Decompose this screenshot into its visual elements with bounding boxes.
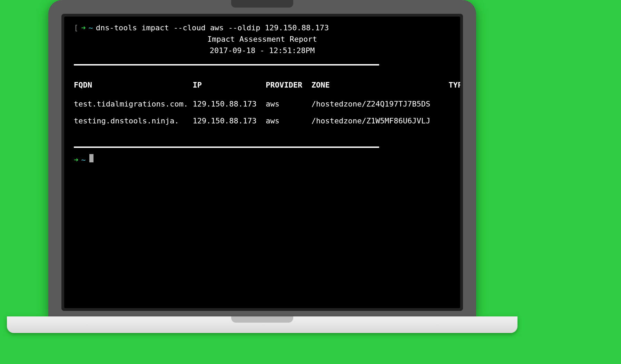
cell-fqdn: test.tidalmigrations.com. bbox=[74, 100, 188, 108]
results-table: FQDN IP PROVIDER ZONE TYPE test.tidalmig… bbox=[74, 80, 451, 126]
prompt-tilde: ~ bbox=[81, 155, 86, 165]
laptop-frame: [➜ ~ dns-tools impact --cloud aws --oldi… bbox=[48, 0, 476, 317]
prompt-tilde: ~ bbox=[89, 23, 93, 33]
laptop-base bbox=[7, 316, 518, 333]
table-row: testing.dnstools.ninja. 129.150.88.173 a… bbox=[74, 116, 451, 127]
table-row: test.tidalmigrations.com. 129.150.88.173… bbox=[74, 99, 451, 110]
laptop-trackpad-notch bbox=[231, 316, 293, 323]
cell-fqdn: testing.dnstools.ninja. bbox=[74, 117, 179, 125]
cell-zone: /hostedzone/Z24Q197TJ7B5DS bbox=[312, 100, 430, 108]
header-provider: PROVIDER bbox=[266, 81, 302, 89]
prompt-bracket-icon: [ bbox=[74, 23, 78, 33]
cell-ip: 129.150.88.173 bbox=[193, 100, 256, 108]
cell-ip: 129.150.88.173 bbox=[193, 117, 256, 125]
cell-provider: aws bbox=[266, 117, 279, 125]
divider-top bbox=[74, 64, 379, 65]
screen-bezel: [➜ ~ dns-tools impact --cloud aws --oldi… bbox=[61, 14, 463, 311]
camera-notch bbox=[231, 0, 293, 8]
terminal[interactable]: [➜ ~ dns-tools impact --cloud aws --oldi… bbox=[64, 17, 460, 308]
report-title: Impact Assessment Report bbox=[74, 34, 451, 45]
cell-provider: aws bbox=[266, 100, 279, 108]
divider-bottom bbox=[74, 146, 379, 148]
table-header-row: FQDN IP PROVIDER ZONE TYPE bbox=[74, 80, 451, 91]
prompt-arrow-icon: ➜ bbox=[74, 155, 78, 165]
prompt-line-1: [➜ ~ dns-tools impact --cloud aws --oldi… bbox=[74, 23, 451, 33]
header-zone: ZONE bbox=[312, 81, 330, 89]
report-timestamp: 2017-09-18 - 12:51:28PM bbox=[74, 46, 451, 56]
cell-zone: /hostedzone/Z1W5MF86U6JVLJ bbox=[312, 117, 430, 125]
header-fqdn: FQDN bbox=[74, 81, 92, 89]
command-text: dns-tools impact --cloud aws --oldip 129… bbox=[96, 23, 329, 33]
prompt-line-2: ➜ ~ bbox=[74, 154, 451, 165]
prompt-arrow-icon: ➜ bbox=[81, 23, 86, 33]
cursor-icon bbox=[89, 154, 93, 162]
header-ip: IP bbox=[193, 81, 202, 89]
header-type: TYPE bbox=[448, 81, 460, 89]
